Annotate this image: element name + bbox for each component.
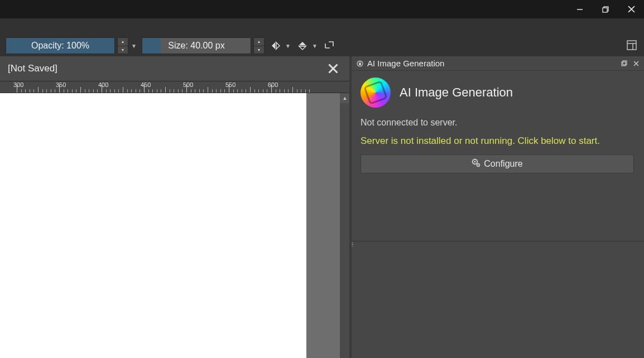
ruler-tick-minor <box>212 89 213 93</box>
ruler-tick-minor <box>288 89 289 93</box>
scroll-track[interactable] <box>340 103 350 358</box>
svg-line-24 <box>477 159 477 160</box>
mirror-v-dropdown[interactable]: ▼ <box>311 43 318 49</box>
ruler-tick-minor <box>21 89 22 93</box>
vertical-scrollbar[interactable]: ▲ <box>340 93 350 358</box>
ruler-tick-minor <box>51 89 51 93</box>
ruler-tick-label: 500 <box>183 81 193 88</box>
close-panel-button[interactable] <box>632 59 641 68</box>
right-docker: AI Image Generation AI Image Generation … <box>350 56 644 358</box>
horizontal-ruler[interactable]: 300350400450500550600 <box>0 81 350 93</box>
workspace-switcher-icon[interactable] <box>625 38 638 52</box>
mirror-horizontal-icon[interactable] <box>269 39 282 52</box>
canvas-viewport[interactable]: ▲ <box>0 93 350 358</box>
ruler-tick-minor <box>148 89 149 93</box>
configure-button-label: Configure <box>484 159 522 169</box>
ruler-tick-minor <box>297 89 297 93</box>
ai-generation-icon <box>361 78 391 108</box>
ruler-tick-minor <box>157 89 157 93</box>
mirror-h-dropdown[interactable]: ▼ <box>285 43 291 49</box>
svg-rect-5 <box>627 41 636 50</box>
close-window-button[interactable] <box>618 0 644 18</box>
ruler-tick-minor <box>136 89 136 93</box>
ruler-tick-mid <box>38 87 39 93</box>
chevron-down-icon: ▼ <box>253 46 265 55</box>
ruler-tick-minor <box>72 89 73 93</box>
document-tab-label[interactable]: [Not Saved] <box>8 63 57 74</box>
ruler-tick-minor <box>191 89 191 93</box>
ruler-tick-minor <box>89 89 89 93</box>
ruler-tick-label: 550 <box>225 81 236 88</box>
opacity-dropdown[interactable]: ▼ <box>131 43 137 49</box>
svg-line-25 <box>473 163 474 164</box>
server-warning-text: Server is not installed or not running. … <box>361 136 634 147</box>
size-spinner[interactable]: ▲ ▼ <box>253 37 265 54</box>
ruler-tick-minor <box>170 89 170 93</box>
ruler-tick-minor <box>114 89 115 93</box>
panel-header[interactable]: AI Image Generation <box>350 56 644 71</box>
svg-rect-13 <box>623 61 627 65</box>
opacity-spinner[interactable]: ▲ ▼ <box>117 37 128 54</box>
connection-status-text: Not connected to server. <box>361 118 634 128</box>
size-slider[interactable]: Size: 40.00 px <box>142 37 251 54</box>
tool-options-bar: Opacity: 100% ▲ ▼ ▼ Size: 40.00 px ▲ ▼ ▼… <box>0 35 644 56</box>
svg-point-17 <box>474 161 476 163</box>
panel-hero-title: AI Image Generation <box>400 85 513 101</box>
configure-button[interactable]: Configure <box>361 154 634 173</box>
chevron-down-icon: ▼ <box>117 46 128 55</box>
ruler-tick-minor <box>127 89 128 93</box>
panel-hero: AI Image Generation <box>361 78 634 108</box>
chevron-up-icon: ▲ <box>253 37 265 46</box>
ruler-tick-minor <box>216 89 217 93</box>
ruler-tick-minor <box>246 89 246 93</box>
svg-point-27 <box>478 165 479 166</box>
ruler-tick-minor <box>93 89 94 93</box>
lock-icon <box>356 60 364 67</box>
float-panel-button[interactable] <box>619 59 628 68</box>
ruler-tick-mid <box>250 87 251 93</box>
menubar-area <box>0 18 644 35</box>
mirror-vertical-icon[interactable] <box>296 39 309 52</box>
ruler-tick-minor <box>68 89 68 93</box>
ruler-tick-mid <box>80 87 81 93</box>
ruler-tick-minor <box>284 89 285 93</box>
svg-line-22 <box>473 159 474 160</box>
ruler-tick-minor <box>46 89 47 93</box>
close-document-button[interactable] <box>325 61 341 76</box>
main-area: [Not Saved] 300350400450500550600 ▲ AI I… <box>0 56 644 358</box>
panel-body: AI Image Generation Not connected to ser… <box>350 71 644 241</box>
size-label: Size: 40.00 px <box>168 41 224 51</box>
document-area: [Not Saved] 300350400450500550600 ▲ <box>0 56 350 358</box>
ruler-tick-minor <box>55 89 55 93</box>
ruler-tick-minor <box>106 89 107 93</box>
titlebar <box>0 0 644 18</box>
panel-title: AI Image Generation <box>367 59 616 68</box>
ruler-tick-minor <box>254 89 255 93</box>
ruler-tick-minor <box>118 89 119 93</box>
panel-drag-handle[interactable] <box>352 242 356 246</box>
ruler-tick-minor <box>301 89 301 93</box>
ruler-tick-minor <box>97 89 98 93</box>
gear-icon <box>472 158 480 170</box>
ruler-tick-minor <box>76 89 76 93</box>
ruler-tick-label: 450 <box>141 81 151 88</box>
ruler-tick-minor <box>152 89 153 93</box>
ruler-tick-minor <box>42 89 43 93</box>
ruler-tick-minor <box>33 89 34 93</box>
ruler-tick-minor <box>182 89 182 93</box>
chevron-up-icon: ▲ <box>117 37 128 46</box>
ruler-tick-minor <box>131 89 132 93</box>
ruler-tick-minor <box>224 89 225 93</box>
wrap-mode-icon[interactable] <box>323 39 336 52</box>
svg-rect-2 <box>603 8 607 12</box>
ruler-tick-minor <box>195 89 195 93</box>
ruler-tick-minor <box>233 89 234 93</box>
ruler-tick-minor <box>242 89 242 93</box>
scroll-up-icon[interactable]: ▲ <box>340 93 350 103</box>
ruler-tick-label: 600 <box>268 81 278 88</box>
canvas-gutter: ▲ <box>306 93 350 358</box>
minimize-button[interactable] <box>567 0 593 18</box>
maximize-button[interactable] <box>593 0 618 18</box>
opacity-slider[interactable]: Opacity: 100% <box>6 37 115 54</box>
canvas[interactable] <box>0 93 306 358</box>
